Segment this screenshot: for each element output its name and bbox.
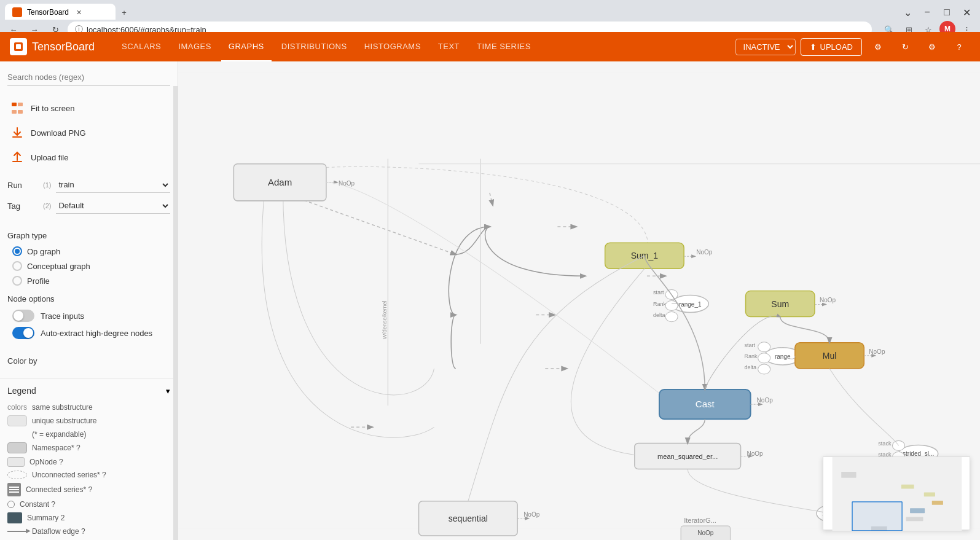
tab-bar: TensorBoard ✕ + ⌄ − □ ✕ (0, 0, 980, 20)
upload-file-action[interactable]: Upload file (7, 145, 170, 170)
svg-rect-3 (18, 103, 23, 106)
run-select[interactable]: train (56, 177, 170, 193)
settings-icon[interactable]: ⚙ (921, 36, 943, 58)
namespace-shape (7, 442, 27, 453)
rank2-label: Rank (745, 353, 758, 359)
radio-profile-label: Profile (27, 276, 50, 286)
fit-to-screen-action[interactable]: Fit to screen (7, 96, 170, 120)
sum-label: Sum (771, 299, 789, 309)
minimap-svg (823, 457, 971, 531)
minimize-button[interactable]: − (919, 4, 936, 21)
legend-summary: Summary 2 (7, 512, 170, 523)
more-tabs-button[interactable]: ⌄ (899, 4, 916, 21)
nav-time-series[interactable]: TIME SERIES (469, 32, 538, 61)
trace-inputs-toggle[interactable] (12, 310, 34, 322)
radio-op-graph[interactable]: Op graph (12, 245, 170, 257)
legend-constant: Constant ? (7, 500, 170, 509)
expandable-label: (* = expandable) (32, 430, 86, 439)
auto-extract-toggle[interactable] (12, 327, 34, 339)
upload-icon: ⬆ (810, 42, 817, 52)
nav-text[interactable]: TEXT (431, 32, 467, 61)
legend-section: Legend ▾ colors same substructure unique… (0, 378, 178, 540)
radio-profile[interactable]: Profile (12, 275, 170, 287)
legend-connected: Connected series* ? (7, 483, 170, 496)
dataflow-shape (7, 531, 27, 532)
legend-items: colors same substructure unique substruc… (7, 403, 170, 540)
unique-substructure-label: unique substructure (32, 417, 96, 425)
radio-conceptual[interactable]: Conceptual graph (12, 260, 170, 272)
nav-scalars[interactable]: SCALARS (114, 32, 168, 61)
sidebar-scrollbar[interactable] (173, 86, 178, 540)
svg-rect-14 (910, 508, 925, 513)
noop-sum1: NoOp (696, 249, 713, 256)
tab-close-button[interactable]: ✕ (74, 7, 84, 17)
fit-to-screen-label: Fit to screen (31, 104, 75, 113)
noop-mul: NoOp (869, 348, 885, 355)
svg-rect-1 (16, 44, 21, 49)
radio-conceptual-label: Conceptual graph (27, 262, 90, 271)
mean-sq-label: mean_squared_er... (657, 453, 718, 460)
noop-adam: NoOp (339, 180, 355, 187)
range-port1 (758, 342, 770, 352)
radio-dot-profile (12, 276, 22, 286)
tab-title: TensorBoard (27, 8, 69, 17)
noop-seq: NoOp (523, 511, 540, 518)
help-icon[interactable]: ? (948, 36, 970, 58)
noop-msq: NoOp (747, 450, 764, 457)
refresh-icon[interactable]: ↻ (894, 36, 916, 58)
same-substructure-label: same substructure (32, 403, 93, 412)
download-png-label: Download PNG (31, 128, 86, 138)
window-close-button[interactable]: ✕ (958, 4, 975, 21)
run-num: (1) (43, 181, 51, 189)
sequential-label: sequential (449, 514, 488, 523)
opnode-label: OpNode ? (29, 458, 63, 466)
nav-histograms[interactable]: HISTOGRAMS (357, 32, 428, 61)
run-row: Run (1) train (7, 177, 170, 193)
opnode-shape (7, 457, 25, 467)
run-label: Run (7, 181, 38, 190)
legend-opnode: OpNode ? (7, 457, 170, 467)
range1-port2 (665, 301, 678, 311)
noop-sum: NoOp (820, 297, 836, 304)
noop-cast: NoOp (757, 397, 774, 404)
dataflow-label: Dataflow edge ? (32, 527, 85, 536)
color-by-title: Color by (7, 356, 170, 366)
nav-graphs[interactable]: GRAPHS (221, 32, 272, 61)
legend-unconnected: Unconnected series* ? (7, 471, 170, 479)
svg-rect-11 (901, 485, 914, 489)
nav-images[interactable]: IMAGES (171, 32, 219, 61)
radio-dot-conceptual (12, 261, 22, 271)
auto-extract-label: Auto-extract high-degree nodes (41, 329, 152, 338)
logo: TensorBoard (10, 38, 95, 55)
auto-extract-row: Auto-extract high-degree nodes (12, 327, 170, 339)
svg-rect-6 (12, 136, 22, 138)
tag-row: Tag (2) Default (7, 198, 170, 214)
legend-dataflow: Dataflow edge ? (7, 527, 170, 536)
legend-unique-substructure: unique substructure (7, 415, 170, 426)
maximize-button[interactable]: □ (938, 4, 955, 21)
radio-op-label: Op graph (27, 247, 60, 256)
stack-label: stack (878, 440, 892, 447)
unique-substructure-shape (7, 415, 27, 426)
svg-rect-2 (12, 103, 17, 106)
run-status-select[interactable]: INACTIVE (735, 39, 796, 55)
range-port2 (758, 353, 770, 363)
svg-rect-17 (852, 502, 902, 531)
constant-label: Constant ? (20, 500, 55, 509)
nav-distributions[interactable]: DISTRIBUTIONS (274, 32, 355, 61)
legend-header[interactable]: Legend ▾ (7, 383, 170, 398)
legend-toggle-icon: ▾ (166, 386, 170, 396)
graph-area[interactable]: W/dense/kernel range_1 start Rank_1 delt… (178, 61, 980, 540)
browser-chrome: TensorBoard ✕ + ⌄ − □ ✕ ← → ↻ ⓘ localhos… (0, 0, 980, 32)
delta2-label: delta (745, 364, 758, 370)
search-input[interactable] (7, 69, 170, 86)
tag-select[interactable]: Default (56, 198, 170, 214)
new-tab-button[interactable]: + (116, 4, 133, 21)
settings-gear-icon[interactable]: ⚙ (867, 36, 889, 58)
svg-rect-13 (932, 501, 943, 505)
download-png-action[interactable]: Download PNG (7, 120, 170, 145)
legend-colors-label: colors same substructure (7, 403, 170, 412)
upload-file-icon (10, 150, 25, 165)
minimap (823, 456, 970, 530)
upload-button[interactable]: ⬆ UPLOAD (801, 38, 862, 56)
